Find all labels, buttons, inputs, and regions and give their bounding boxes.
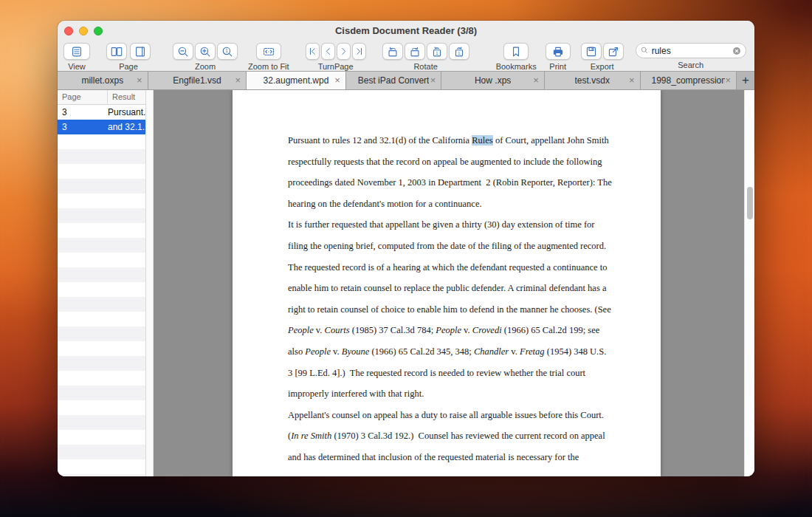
toolbar-label-bookmarks: Bookmarks — [496, 62, 537, 71]
tab-label: Best iPad Convert — [358, 75, 430, 86]
rotate-left-icon — [386, 45, 399, 58]
search-field[interactable] — [636, 43, 746, 58]
result-snippet: Pursuant... — [108, 107, 145, 117]
content-area: Page Result 3Pursuant...3and 32.1... Pur… — [58, 90, 754, 476]
rotate-page-left-icon: 1 — [430, 45, 444, 58]
document-line: and has determined that inclusion of the… — [288, 447, 661, 468]
rotate-left-button[interactable] — [382, 43, 403, 60]
toolbar-group-print: Print — [546, 43, 571, 71]
tab-test-vsdx[interactable]: test.vsdx× — [545, 72, 641, 89]
rotate-right-icon — [408, 45, 422, 58]
toolbar-group-zoom: 1Zoom — [173, 43, 238, 71]
sidebar-scrollbar-track[interactable] — [146, 90, 154, 476]
export-buttons — [581, 43, 624, 60]
toolbar-label-view: View — [68, 62, 86, 71]
sidebar-empty-rows — [58, 134, 145, 476]
bookmark-icon — [509, 45, 523, 58]
tab-close-icon[interactable]: × — [235, 76, 241, 85]
single-page-button[interactable] — [130, 43, 151, 60]
result-snippet: and 32.1... — [108, 122, 145, 132]
tab-close-icon[interactable]: × — [137, 76, 142, 85]
tab-close-icon[interactable]: × — [533, 76, 539, 85]
toolbar-group-zoom-to-fit: Zoom to Fit — [248, 43, 289, 71]
search-result-row-2[interactable]: 3and 32.1... — [58, 120, 145, 134]
new-tab-button[interactable]: + — [737, 72, 754, 89]
save-icon — [585, 45, 598, 58]
zoom-to-fit-buttons — [256, 43, 281, 60]
document-line: 3 [99 L.Ed. 4].) The requested record is… — [288, 363, 661, 384]
printer-icon — [551, 45, 565, 58]
prev-page-button[interactable] — [321, 43, 335, 60]
zoom-in-button[interactable] — [195, 43, 216, 60]
save-button[interactable] — [581, 43, 602, 60]
prev-page-icon — [323, 46, 334, 57]
printer-button[interactable] — [546, 43, 571, 60]
rotate-page-right-icon: 1 — [453, 45, 466, 58]
bookmark-button[interactable] — [503, 43, 529, 60]
toolbar-group-page: Page — [106, 43, 151, 71]
rotate-page-left-button[interactable]: 1 — [427, 43, 447, 60]
toolbar-label-export: Export — [591, 62, 614, 71]
two-page-button[interactable] — [106, 43, 127, 60]
next-page-button[interactable] — [337, 43, 351, 60]
view-list-icon — [70, 45, 83, 58]
toolbar-label-search: Search — [678, 61, 703, 69]
column-header-result[interactable]: Result — [108, 90, 145, 104]
search-input[interactable] — [652, 46, 729, 56]
tab-label: How .xps — [475, 75, 511, 86]
tab-label: millet.oxps — [81, 75, 123, 86]
viewer-scrollbar-thumb[interactable] — [747, 187, 753, 219]
view-buttons — [63, 43, 90, 60]
viewer-scrollbar-track[interactable] — [744, 90, 754, 476]
print-buttons — [546, 43, 571, 60]
search-results-sidebar: Page Result 3Pursuant...3and 32.1... — [58, 90, 146, 476]
tab-1998-compression[interactable]: 1998_compression× — [641, 72, 737, 89]
zoom-out-icon — [176, 45, 190, 58]
page-buttons — [106, 43, 151, 60]
clear-search-button[interactable] — [732, 46, 742, 56]
toolbar-label-page: Page — [119, 62, 138, 71]
search-result-row-1[interactable]: 3Pursuant... — [58, 105, 145, 120]
document-line: Appellant's counsel on appeal has a duty… — [288, 405, 661, 426]
toolbar: ViewPage1ZoomZoom to FitTurnPage11Rotate… — [58, 41, 754, 71]
toolbar-group-view: View — [63, 43, 90, 71]
magnifier-icon — [640, 46, 650, 55]
tab-close-icon[interactable]: × — [726, 76, 732, 85]
result-page-number: 3 — [58, 107, 108, 117]
tab-best-ipad-convert[interactable]: Best iPad Convert× — [346, 72, 442, 89]
share-button[interactable] — [603, 43, 624, 60]
zoom-actual-icon: 1 — [221, 45, 234, 58]
result-page-number: 3 — [58, 122, 108, 132]
bookmarks-buttons — [503, 43, 529, 60]
toolbar-label-rotate: Rotate — [413, 62, 437, 71]
svg-text:1: 1 — [225, 48, 228, 53]
rotate-right-button[interactable] — [405, 43, 425, 60]
zoom-actual-button[interactable]: 1 — [217, 43, 238, 60]
zoom-out-button[interactable] — [173, 43, 193, 60]
first-page-button[interactable] — [306, 43, 320, 60]
toolbar-group-turnpage: TurnPage — [306, 43, 366, 71]
toolbar-group-rotate: 11Rotate — [382, 43, 469, 71]
tab-close-icon[interactable]: × — [629, 76, 635, 85]
tab-millet-oxps[interactable]: millet.oxps× — [58, 72, 148, 89]
toolbar-label-zoom-to-fit: Zoom to Fit — [248, 62, 289, 71]
share-icon — [607, 45, 620, 58]
rotate-page-right-button[interactable]: 1 — [449, 43, 469, 60]
window-title: Cisdem Document Reader (3/8) — [58, 25, 754, 36]
zoom-fit-icon — [262, 45, 275, 58]
column-header-page[interactable]: Page — [58, 90, 108, 104]
tab-close-icon[interactable]: × — [430, 76, 436, 85]
document-line: right to retain counsel of choice to ena… — [288, 299, 661, 321]
tab-close-icon[interactable]: × — [334, 76, 340, 85]
tab-32-augment-wpd[interactable]: 32.augment.wpd× — [247, 72, 346, 89]
tab-engfile1-vsd[interactable]: Engfile1.vsd× — [148, 72, 247, 89]
view-list-button[interactable] — [63, 43, 90, 60]
zoom-fit-button[interactable] — [256, 43, 281, 60]
tab-how-xps[interactable]: How .xps× — [441, 72, 545, 89]
toolbar-group-export: Export — [581, 43, 624, 71]
last-page-button[interactable] — [352, 43, 366, 60]
tab-label: Engfile1.vsd — [173, 75, 221, 86]
document-line: enable him to retain counsel to replace … — [288, 278, 661, 299]
document-line: proceedings dated November 1, 2003 in De… — [288, 172, 661, 194]
turnpage-buttons — [306, 43, 366, 60]
